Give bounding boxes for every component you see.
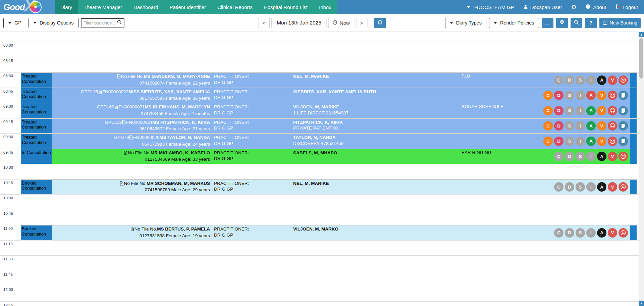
booking-icon-S[interactable]: S (565, 137, 574, 146)
booking-icon-D[interactable]: D (565, 228, 574, 238)
booking-icon-D[interactable]: D (565, 152, 574, 161)
booking-row[interactable]: Treated Consultation GPD113FN00000024MS … (21, 118, 637, 134)
about-button[interactable]: About (586, 4, 606, 10)
booking-row[interactable]: Treated Consultation GPD79FN00000026MS T… (21, 133, 637, 149)
diary-types-button[interactable]: Diary Types (445, 18, 486, 28)
booking-icon-V[interactable]: V (608, 182, 617, 192)
booking-icon-S[interactable]: S (576, 228, 585, 238)
booking-icon-S[interactable]: S (565, 121, 574, 131)
booking-icon-A[interactable]: A (586, 121, 596, 131)
booking-icon-S[interactable]: S (565, 106, 574, 115)
booking-icon-V[interactable]: V (597, 121, 606, 131)
logout-button[interactable]: Logout (615, 4, 638, 10)
booking-row[interactable]: Booked Consultation No File No.MS BERTUS… (21, 225, 637, 240)
new-booking-button[interactable]: New Booking (599, 18, 641, 28)
booking-row[interactable]: Booked Consultation No File No.MR SCHOEM… (21, 179, 637, 195)
booking-icon-D[interactable]: D (554, 121, 564, 131)
booking-icon-I[interactable]: I (586, 152, 596, 161)
booking-icon-S[interactable]: S (565, 91, 574, 100)
nav-item-patient-identifier[interactable]: Patient Identifier (164, 0, 211, 14)
booking-icon-C[interactable]: C (554, 152, 564, 161)
app-logo[interactable]: Good X (0, 0, 55, 14)
booking-icon-D[interactable]: D (554, 106, 564, 115)
booking-icon-I[interactable]: I (576, 121, 585, 131)
booking-icon-V[interactable]: V (608, 228, 617, 238)
sad-face-icon[interactable]: ☹ (608, 121, 617, 131)
booking-icon-V[interactable]: V (597, 91, 606, 100)
time-slot-10:45[interactable]: 10:45 (0, 210, 639, 225)
booking-icon-I[interactable]: I (586, 182, 596, 192)
booking-icon-I[interactable]: I (576, 137, 585, 146)
booking-icon-I[interactable]: I (576, 91, 585, 100)
time-slot-12:15[interactable]: 12:15 (0, 301, 639, 306)
booking-icon-S[interactable]: S (576, 182, 585, 192)
time-slot-11:45[interactable]: 11:45 (0, 271, 639, 286)
booking-icon-D[interactable]: D (565, 75, 574, 85)
booking-icon-D[interactable]: D (554, 91, 564, 100)
booking-icon-I[interactable]: I (576, 106, 585, 115)
booking-icon-I[interactable]: I (586, 228, 596, 238)
booking-icon-I[interactable]: I (586, 75, 596, 85)
time-slot-11:30[interactable]: 11:30 (0, 255, 639, 271)
help-button[interactable]: ? (585, 18, 597, 28)
booking-icon-A[interactable]: A (597, 182, 606, 192)
filter-bookings-field[interactable] (81, 18, 124, 28)
sad-face-icon[interactable]: ☹ (608, 137, 617, 146)
nav-item-theatre-manager[interactable]: Theatre Manager (78, 0, 128, 14)
time-slot-08:00[interactable]: 08:00 (0, 42, 639, 57)
render-policies-button[interactable]: Render Policies (489, 18, 539, 28)
time-slot-11:15[interactable]: 11:15 (0, 240, 639, 256)
nav-item-diary[interactable]: Diary (55, 0, 78, 14)
filter-bookings-input[interactable] (84, 20, 117, 26)
nav-item-inbox[interactable]: Inbox (313, 0, 337, 14)
booking-icon-V[interactable]: V (597, 137, 606, 146)
booking-icon-C[interactable]: C (543, 106, 553, 115)
sad-face-icon[interactable]: ☹ (619, 228, 628, 238)
nav-item-clinical-reports[interactable]: Clinical Reports (212, 0, 258, 14)
booking-icon-V[interactable]: V (608, 75, 617, 85)
time-slot-12:00[interactable]: 12:00 (0, 286, 639, 301)
booking-icon-A[interactable]: A (586, 106, 596, 115)
prev-day-button[interactable]: < (258, 18, 270, 28)
sad-face-icon[interactable]: ☹ (608, 106, 617, 115)
booking-icon-S[interactable]: S (576, 75, 585, 85)
now-button[interactable]: Now (328, 18, 354, 28)
booking-icon-S[interactable]: S (576, 152, 585, 161)
sad-face-icon[interactable]: ☹ (619, 75, 628, 85)
booking-icon-A[interactable]: A (586, 137, 596, 146)
time-slot-10:30[interactable]: 10:30 (0, 194, 639, 210)
booking-icon-A[interactable]: A (597, 152, 606, 161)
note-icon[interactable] (619, 106, 628, 115)
current-date[interactable]: Mon 13th Jan 2025 (271, 18, 327, 28)
display-options-button[interactable]: Display Options (29, 18, 78, 28)
time-slot-10:00[interactable]: 10:00 (0, 164, 639, 179)
booking-icon-A[interactable]: A (597, 75, 606, 85)
booking-icon-C[interactable]: C (543, 121, 553, 131)
gp-dropdown-button[interactable]: GP (3, 18, 26, 28)
practice-selector[interactable]: 1-DOCSTEAM GP (467, 4, 514, 10)
vertical-scrollbar[interactable]: ▲ ▼ (639, 32, 644, 306)
booking-icon-C[interactable]: C (554, 228, 564, 238)
booking-row[interactable]: In Consultation No File No.MR MKLAMBO, K… (21, 149, 637, 164)
print-button[interactable] (556, 18, 568, 28)
sad-face-icon[interactable]: ☹ (608, 91, 617, 100)
booking-row[interactable]: Treated Consultation GPD115FN00000022MIS… (21, 88, 637, 103)
booking-icon-D[interactable]: D (554, 137, 564, 146)
booking-icon-D[interactable]: D (565, 182, 574, 192)
settings-button[interactable]: ⚙ (571, 4, 577, 10)
sad-face-icon[interactable]: ☹ (619, 182, 628, 192)
booking-icon-C[interactable]: C (543, 91, 553, 100)
user-menu[interactable]: Docspan User (523, 4, 562, 10)
time-slot-08:15[interactable]: 08:15 (0, 57, 639, 72)
nav-item-hospital-round-list[interactable]: Hospital Round List (258, 0, 313, 14)
booking-row[interactable]: Treated Consultation No File No.MS SANDE… (21, 72, 637, 88)
booking-icon-A[interactable]: A (586, 91, 596, 100)
note-icon[interactable] (619, 121, 628, 131)
more-options-button[interactable]: ... (542, 18, 553, 28)
sad-face-icon[interactable]: ☹ (619, 152, 628, 161)
scroll-up-button[interactable]: ▲ (639, 32, 644, 37)
search-button[interactable] (571, 18, 582, 28)
note-icon[interactable] (619, 91, 628, 100)
scrollbar-thumb[interactable] (639, 38, 643, 79)
booking-icon-C[interactable]: C (554, 182, 564, 192)
